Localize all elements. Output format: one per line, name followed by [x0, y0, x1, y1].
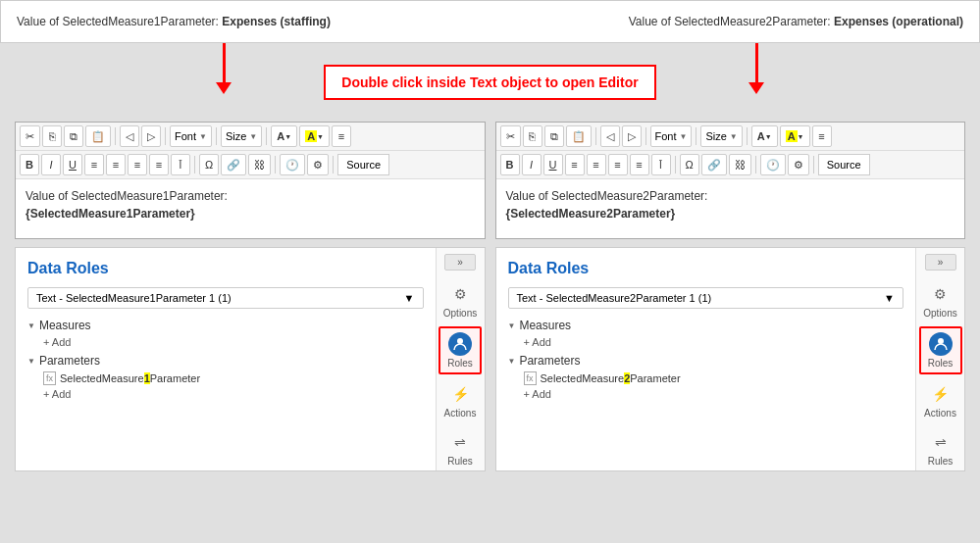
- params-add-2[interactable]: + Add: [508, 388, 904, 400]
- main-container: Value of SelectedMeasure1Parameter: Expe…: [0, 0, 980, 543]
- data-panel-2: Data Roles Text - SelectedMeasure2Parame…: [495, 247, 966, 471]
- unlink-button-1[interactable]: ⛓: [248, 154, 271, 175]
- expand-button-1[interactable]: »: [444, 254, 476, 271]
- align-justify-button-1[interactable]: ≡: [149, 154, 169, 175]
- format-button-2[interactable]: ≡: [812, 125, 832, 147]
- sep3-1: [216, 127, 217, 145]
- paste-button-1[interactable]: ⧉: [64, 125, 83, 147]
- italic-button-2[interactable]: I: [522, 154, 542, 175]
- font-color-button-2[interactable]: A▼: [751, 125, 778, 147]
- font-arrow-2: ▼: [680, 132, 688, 141]
- align-left-button-1[interactable]: ≡: [84, 154, 104, 175]
- measures-add-2[interactable]: + Add: [508, 336, 904, 348]
- clear-format-button-1[interactable]: Ī: [171, 154, 190, 175]
- align-center-button-2[interactable]: ≡: [587, 154, 606, 175]
- link-button-2[interactable]: 🔗: [701, 154, 727, 175]
- options-btn-2[interactable]: ⚙ Options: [919, 278, 962, 322]
- actions-label-2: Actions: [924, 408, 956, 419]
- paste-button-2[interactable]: ⧉: [544, 125, 564, 147]
- special-char-button-2[interactable]: Ω: [680, 154, 699, 175]
- rules-icon-2: ⇌: [929, 430, 953, 454]
- font-color-button-1[interactable]: A▼: [271, 125, 297, 147]
- measures-triangle-2: ▼: [508, 321, 516, 330]
- cut-button-1[interactable]: ✂: [20, 125, 40, 147]
- date-button-1[interactable]: 🕐: [280, 154, 305, 175]
- dropdown-text-2: Text - SelectedMeasure2Parameter 1 (1): [517, 292, 712, 304]
- rules-label-2: Rules: [928, 456, 954, 467]
- editor-line2-1: {SelectedMeasure1Parameter}: [26, 205, 475, 222]
- params-add-text-1: + Add: [43, 388, 71, 400]
- actions-btn-2[interactable]: ⚡ Actions: [919, 378, 962, 422]
- sep2-1: [165, 127, 166, 145]
- dropdown-selector-1[interactable]: Text - SelectedMeasure1Parameter 1 (1) ▼: [27, 287, 424, 309]
- panel-sidebar-2: » ⚙ Options Roles ⚡ Actions: [915, 248, 964, 470]
- size-dropdown-1[interactable]: Size ▼: [221, 125, 262, 147]
- date-button-2[interactable]: 🕐: [760, 154, 786, 175]
- redo-button-2[interactable]: ▷: [622, 125, 642, 147]
- highlight-button-1[interactable]: A▼: [299, 125, 330, 147]
- panel-main-2: Data Roles Text - SelectedMeasure2Parame…: [496, 248, 916, 470]
- parameters-header-1[interactable]: ▼ Parameters: [27, 354, 424, 368]
- bold-button-2[interactable]: B: [500, 154, 520, 175]
- parameters-label-1: Parameters: [39, 354, 100, 368]
- cut-button-2[interactable]: ✂: [500, 125, 521, 147]
- parameters-header-2[interactable]: ▼ Parameters: [508, 354, 904, 368]
- editor-content-2[interactable]: Value of SelectedMeasure2Parameter: {Sel…: [496, 179, 965, 238]
- options-btn-1[interactable]: ⚙ Options: [438, 278, 482, 322]
- measures-add-text-1: + Add: [43, 336, 71, 348]
- font-dropdown-1[interactable]: Font ▼: [170, 125, 212, 147]
- measures-header-2[interactable]: ▼ Measures: [508, 319, 904, 332]
- special-char-button-1[interactable]: Ω: [199, 154, 219, 175]
- dropdown-selector-2[interactable]: Text - SelectedMeasure2Parameter 1 (1) ▼: [508, 287, 904, 309]
- paste-text-button-1[interactable]: 📋: [85, 125, 111, 147]
- rules-btn-1[interactable]: ⇌ Rules: [438, 426, 482, 470]
- size-dropdown-2[interactable]: Size ▼: [700, 125, 742, 147]
- toolbar-row2-right: B I U ≡ ≡ ≡ ≡ Ī Ω 🔗 ⛓ 🕐 ⚙ Source: [496, 151, 965, 179]
- actions-btn-1[interactable]: ⚡ Actions: [438, 378, 482, 422]
- panel-title-2: Data Roles: [508, 260, 904, 277]
- font-dropdown-2[interactable]: Font ▼: [650, 125, 693, 147]
- params-add-1[interactable]: + Add: [27, 388, 424, 400]
- undo-button-2[interactable]: ◁: [600, 125, 620, 147]
- unlink-button-2[interactable]: ⛓: [729, 154, 751, 175]
- copy-button-2[interactable]: ⎘: [523, 125, 542, 147]
- align-left-button-2[interactable]: ≡: [565, 154, 585, 175]
- measures-label-2: Measures: [519, 319, 571, 332]
- copy-button-1[interactable]: ⎘: [42, 125, 62, 147]
- underline-button-1[interactable]: U: [63, 154, 82, 175]
- panel-main-1: Data Roles Text - SelectedMeasure1Parame…: [16, 248, 436, 470]
- measures-triangle-1: ▼: [27, 321, 35, 330]
- sep6-1: [275, 156, 276, 173]
- field-button-2[interactable]: ⚙: [788, 154, 809, 175]
- align-right-button-1[interactable]: ≡: [128, 154, 147, 175]
- param-name-2: SelectedMeasure2Parameter: [541, 372, 681, 384]
- clear-format-button-2[interactable]: Ī: [651, 154, 671, 175]
- italic-button-1[interactable]: I: [41, 154, 61, 175]
- sep1-1: [115, 127, 116, 145]
- source-button-1[interactable]: Source: [337, 154, 389, 175]
- parameters-triangle-1: ▼: [27, 357, 35, 366]
- measures-header-1[interactable]: ▼ Measures: [27, 319, 424, 332]
- editor-content-1[interactable]: Value of SelectedMeasure1Parameter: {Sel…: [16, 179, 485, 238]
- highlight-button-2[interactable]: A▼: [780, 125, 810, 147]
- roles-btn-2[interactable]: Roles: [919, 326, 962, 374]
- format-button-1[interactable]: ≡: [332, 125, 351, 147]
- roles-btn-1[interactable]: Roles: [438, 326, 482, 374]
- link-button-1[interactable]: 🔗: [221, 154, 246, 175]
- field-button-1[interactable]: ⚙: [307, 154, 329, 175]
- expand-button-2[interactable]: »: [925, 254, 956, 271]
- options-label-2: Options: [923, 308, 956, 319]
- rules-btn-2[interactable]: ⇌ Rules: [919, 426, 962, 470]
- underline-button-2[interactable]: U: [543, 154, 563, 175]
- undo-button-1[interactable]: ◁: [120, 125, 139, 147]
- align-center-button-1[interactable]: ≡: [106, 154, 126, 175]
- align-right-button-2[interactable]: ≡: [608, 154, 628, 175]
- paste-text-button-2[interactable]: 📋: [566, 125, 592, 147]
- hint-box: Double click inside Text object to open …: [324, 65, 655, 100]
- redo-button-1[interactable]: ▷: [141, 125, 161, 147]
- measures-add-1[interactable]: + Add: [27, 336, 424, 348]
- align-justify-button-2[interactable]: ≡: [630, 154, 649, 175]
- source-button-2[interactable]: Source: [818, 154, 870, 175]
- actions-icon-1: ⚡: [448, 382, 472, 406]
- bold-button-1[interactable]: B: [20, 154, 39, 175]
